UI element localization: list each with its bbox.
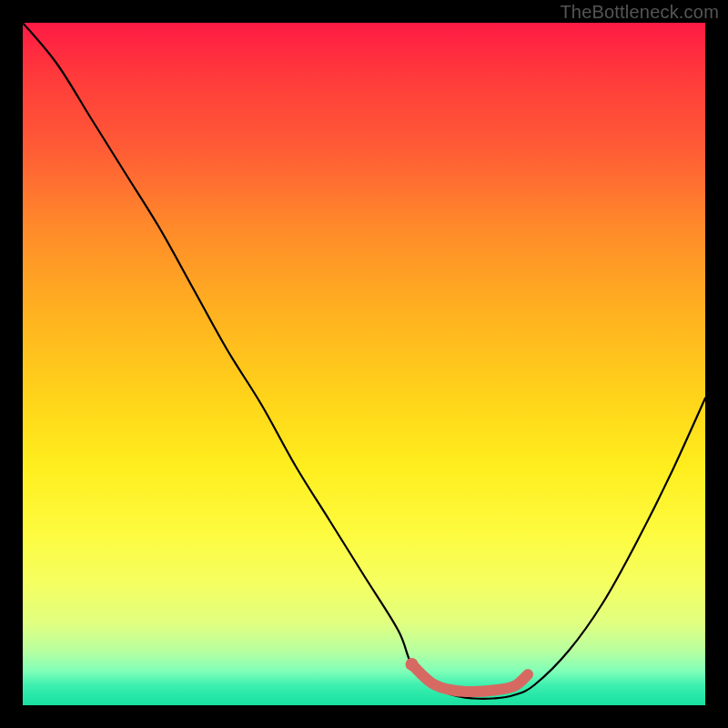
optimal-range-start-dot	[406, 658, 419, 671]
watermark-text: TheBottleneck.com	[560, 2, 719, 23]
plot-area	[23, 23, 705, 705]
curve-svg	[23, 23, 705, 705]
optimal-range-highlight	[412, 664, 529, 692]
chart-container: TheBottleneck.com	[0, 0, 728, 728]
bottleneck-curve	[23, 23, 705, 699]
